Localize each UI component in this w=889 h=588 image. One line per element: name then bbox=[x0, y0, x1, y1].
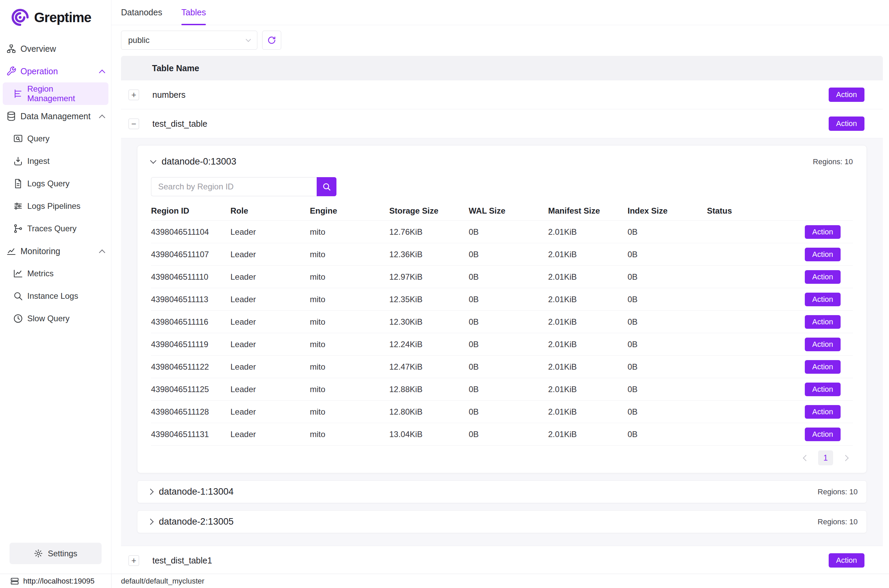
cell-wal-size: 0B bbox=[469, 385, 548, 394]
region-action-button[interactable]: Action bbox=[805, 270, 841, 284]
datanode-title: datanode-0:13003 bbox=[162, 156, 236, 167]
sidebar-item-traces-query[interactable]: Traces Query bbox=[0, 218, 111, 240]
sidebar-item-data-management[interactable]: Data Management bbox=[0, 105, 111, 128]
cell-action: Action bbox=[812, 360, 853, 374]
cell-index-size: 0B bbox=[628, 430, 707, 439]
datanode-0-header[interactable]: datanode-0:13003 Regions: 10 bbox=[151, 154, 853, 170]
metrics-icon bbox=[13, 268, 23, 279]
sidebar-item-ingest[interactable]: Ingest bbox=[0, 150, 111, 172]
table-row-test-dist-table[interactable]: − test_dist_table Action bbox=[121, 110, 883, 138]
sidebar-item-logs-query[interactable]: Logs Query bbox=[0, 172, 111, 195]
pagination-prev-button[interactable] bbox=[798, 450, 813, 465]
collapse-minus-icon[interactable]: − bbox=[129, 118, 139, 129]
table-row-numbers[interactable]: + numbers Action bbox=[121, 80, 883, 110]
sidebar-item-slow-query[interactable]: Slow Query bbox=[0, 307, 111, 330]
region-row: 4398046511122 Leader mito 12.47KiB 0B 2.… bbox=[151, 356, 853, 378]
sidebar-menu: Overview Operation Region Management Dat… bbox=[0, 38, 111, 543]
server-icon bbox=[10, 577, 19, 586]
pagination-next-button[interactable] bbox=[838, 450, 853, 465]
cell-region-id: 4398046511110 bbox=[151, 272, 230, 282]
cell-action: Action bbox=[812, 315, 853, 329]
region-action-button[interactable]: Action bbox=[805, 225, 841, 239]
table-name: test_dist_table bbox=[152, 119, 207, 129]
table-action-button[interactable]: Action bbox=[829, 87, 865, 102]
chevron-right-icon bbox=[842, 455, 848, 461]
cell-role: Leader bbox=[230, 362, 310, 372]
database-icon bbox=[6, 111, 17, 121]
region-action-button[interactable]: Action bbox=[805, 292, 841, 306]
sidebar-item-region-management[interactable]: Region Management bbox=[3, 82, 108, 105]
region-row: 4398046511125 Leader mito 12.88KiB 0B 2.… bbox=[151, 378, 853, 400]
tab-datanodes[interactable]: Datanodes bbox=[121, 0, 162, 25]
cell-storage-size: 12.97KiB bbox=[389, 272, 469, 282]
sidebar-item-operation[interactable]: Operation bbox=[0, 60, 111, 82]
database-select[interactable]: public bbox=[121, 31, 257, 50]
cell-wal-size: 0B bbox=[469, 295, 548, 304]
overview-icon bbox=[6, 44, 17, 54]
region-row: 4398046511119 Leader mito 12.24KiB 0B 2.… bbox=[151, 333, 853, 356]
sidebar-item-metrics[interactable]: Metrics bbox=[0, 262, 111, 285]
cell-manifest-size: 2.01KiB bbox=[548, 272, 628, 282]
refresh-button[interactable] bbox=[262, 31, 281, 50]
settings-button[interactable]: Settings bbox=[9, 543, 102, 564]
region-action-button[interactable]: Action bbox=[805, 428, 841, 441]
logo[interactable]: Greptime bbox=[0, 0, 111, 27]
cell-storage-size: 12.47KiB bbox=[389, 362, 469, 372]
toolbar: public bbox=[121, 31, 883, 50]
sidebar-item-label: Metrics bbox=[27, 269, 54, 278]
status-bar: http://localhost:19095 default/default_m… bbox=[0, 574, 889, 588]
tab-tables[interactable]: Tables bbox=[181, 0, 206, 25]
cell-engine: mito bbox=[310, 407, 389, 417]
monitoring-icon bbox=[6, 246, 17, 256]
pagination-page-button[interactable]: 1 bbox=[818, 450, 833, 465]
cell-wal-size: 0B bbox=[469, 430, 548, 439]
sidebar-item-instance-logs[interactable]: Instance Logs bbox=[0, 285, 111, 307]
table-action-button[interactable]: Action bbox=[829, 553, 865, 567]
expand-plus-icon[interactable]: + bbox=[129, 90, 139, 100]
chevron-up-icon bbox=[99, 249, 105, 255]
cell-manifest-size: 2.01KiB bbox=[548, 385, 628, 394]
chevron-left-icon bbox=[803, 455, 809, 461]
sidebar-item-label: Overview bbox=[21, 44, 56, 54]
search-icon bbox=[13, 291, 23, 301]
sidebar-item-label: Slow Query bbox=[27, 314, 69, 323]
endpoint-section[interactable]: http://localhost:19095 bbox=[0, 574, 111, 588]
cell-manifest-size: 2.01KiB bbox=[548, 407, 628, 417]
table-action-button[interactable]: Action bbox=[829, 117, 865, 131]
cell-action: Action bbox=[812, 338, 853, 351]
table-row-test-dist-table1[interactable]: + test_dist_table1 Action bbox=[121, 546, 883, 574]
cell-region-id: 4398046511116 bbox=[151, 317, 230, 327]
sidebar-item-overview[interactable]: Overview bbox=[0, 38, 111, 60]
cell-role: Leader bbox=[230, 385, 310, 394]
region-action-button[interactable]: Action bbox=[805, 405, 841, 418]
sidebar-item-query[interactable]: Query bbox=[0, 128, 111, 150]
region-action-button[interactable]: Action bbox=[805, 315, 841, 329]
region-column-header: Role bbox=[230, 206, 310, 216]
region-action-button[interactable]: Action bbox=[805, 382, 841, 396]
traces-query-icon bbox=[13, 224, 23, 234]
datanode-regions-count: Regions: 10 bbox=[818, 518, 857, 526]
cell-action: Action bbox=[812, 292, 853, 306]
region-action-button[interactable]: Action bbox=[805, 360, 841, 374]
cell-storage-size: 13.04KiB bbox=[389, 430, 469, 439]
table-name-column-header: Table Name bbox=[152, 63, 199, 73]
sidebar-item-label: Ingest bbox=[27, 156, 50, 166]
cell-role: Leader bbox=[230, 317, 310, 327]
cell-engine: mito bbox=[310, 295, 389, 304]
cell-engine: mito bbox=[310, 430, 389, 439]
endpoint-url: http://localhost:19095 bbox=[23, 577, 95, 586]
sidebar-item-monitoring[interactable]: Monitoring bbox=[0, 240, 111, 262]
region-action-button[interactable]: Action bbox=[805, 338, 841, 351]
region-search-input[interactable] bbox=[151, 177, 317, 196]
sidebar-item-label: Logs Pipelines bbox=[27, 201, 80, 211]
cell-role: Leader bbox=[230, 430, 310, 439]
expand-plus-icon[interactable]: + bbox=[129, 555, 139, 566]
ingest-icon bbox=[13, 156, 23, 166]
datanode-collapsed-header[interactable]: datanode-1:13004 Regions: 10 bbox=[137, 480, 867, 503]
datanode-regions-count: Regions: 10 bbox=[818, 488, 857, 496]
region-search-button[interactable] bbox=[317, 177, 336, 196]
sidebar-item-logs-pipelines[interactable]: Logs Pipelines bbox=[0, 195, 111, 218]
region-action-button[interactable]: Action bbox=[805, 248, 841, 261]
datanode-collapsed-header[interactable]: datanode-2:13005 Regions: 10 bbox=[137, 510, 867, 533]
cell-storage-size: 12.35KiB bbox=[389, 295, 469, 304]
